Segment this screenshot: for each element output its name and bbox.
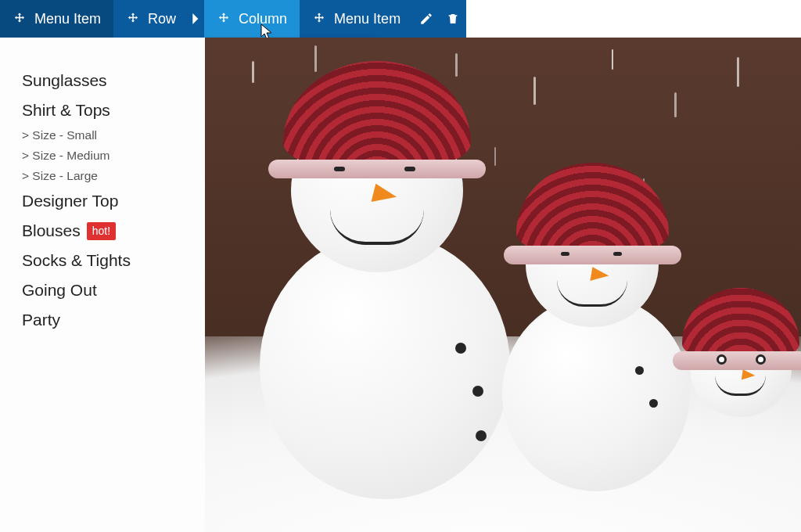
cat-sunglasses[interactable]: Sunglasses xyxy=(22,66,186,95)
cat-shirt-tops[interactable]: Shirt & Tops xyxy=(22,95,186,125)
category-sidebar: Sunglasses Shirt & Tops > Size - Small >… xyxy=(0,38,205,532)
snowman-medium xyxy=(494,194,698,491)
cat-party[interactable]: Party xyxy=(22,305,186,335)
chevron-right-icon xyxy=(189,0,204,38)
cat-size-large[interactable]: > Size - Large xyxy=(22,166,186,186)
content-area: Sunglasses Shirt & Tops > Size - Small >… xyxy=(0,38,801,532)
delete-button[interactable] xyxy=(440,0,466,38)
crumb-menu-item-2[interactable]: Menu Item xyxy=(300,0,413,38)
breadcrumb-bar: Menu Item Row Column Add Column xyxy=(0,0,801,38)
cat-label: Blouses xyxy=(22,221,81,240)
cat-size-small[interactable]: > Size - Small xyxy=(22,125,186,146)
crumb-label: Menu Item xyxy=(334,11,400,27)
cat-designer-top[interactable]: Designer Top xyxy=(22,186,186,216)
hot-badge: hot! xyxy=(87,222,116,240)
crumb-label: Menu Item xyxy=(34,11,101,27)
move-icon xyxy=(312,12,326,26)
move-icon xyxy=(217,12,231,26)
cat-size-medium[interactable]: > Size - Medium xyxy=(22,146,186,166)
move-icon xyxy=(126,12,140,26)
snowman-large xyxy=(244,92,526,499)
crumb-label: Column xyxy=(239,11,287,27)
crumb-menu-item-1[interactable]: Menu Item xyxy=(0,0,113,38)
move-icon xyxy=(13,12,27,26)
crumb-column[interactable]: Column Add Column Edit Design Options xyxy=(204,0,300,38)
crumb-label: Row xyxy=(148,11,176,27)
cat-socks-tights[interactable]: Socks & Tights xyxy=(22,246,186,275)
crumb-row[interactable]: Row xyxy=(113,0,189,38)
hero-image xyxy=(205,38,801,532)
snowman-small xyxy=(674,311,801,515)
cat-going-out[interactable]: Going Out xyxy=(22,275,186,305)
cat-blouses[interactable]: Blouses hot! xyxy=(22,216,186,246)
edit-button[interactable] xyxy=(413,0,440,38)
